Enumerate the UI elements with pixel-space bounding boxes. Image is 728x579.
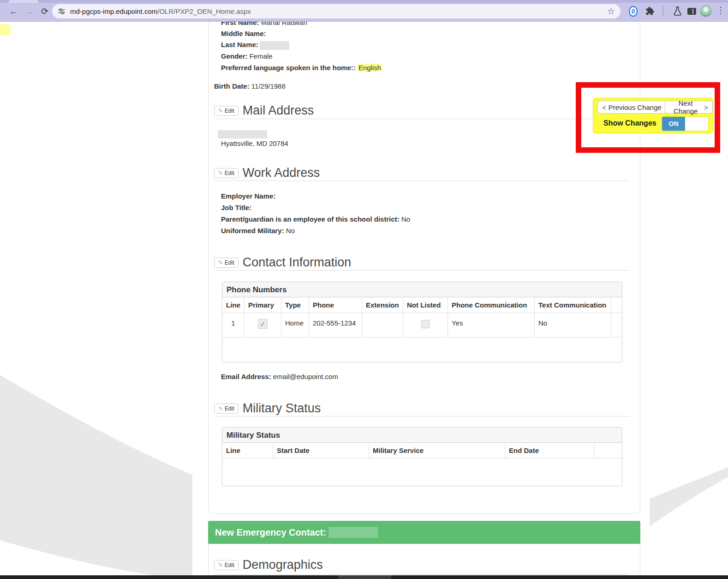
gender-value: Female: [250, 52, 273, 60]
birth-date-field: Birth Date: 11/29/1988: [214, 82, 286, 90]
work-address-section-header: ✎Edit Work Address: [214, 166, 630, 180]
job-title-label: Job Title:: [221, 204, 251, 211]
active-tab[interactable]: [8, 0, 39, 3]
military-status-panel-title: Military Status: [222, 428, 622, 443]
toolbar-divider: [663, 6, 663, 16]
military-status-section-header: ✎Edit Military Status: [214, 401, 630, 416]
email-address-value: email@edupoint.com: [273, 373, 338, 380]
pencil-icon: ✎: [218, 108, 223, 114]
last-name-label: Last Name:: [221, 41, 258, 48]
col-header-extension: Extension: [362, 297, 403, 313]
col-header-end-date: End Date: [505, 443, 594, 458]
col-header-text-communication: Text Communication: [535, 297, 611, 313]
birth-date-label: Birth Date:: [214, 82, 250, 90]
edit-demographics-button[interactable]: ✎Edit: [214, 560, 239, 570]
phone-table-header-row: Line Primary Type Phone Extension Not Li…: [222, 297, 622, 313]
previous-change-button[interactable]: < Previous Change: [597, 101, 666, 114]
language-field: Preferred language spoken in the home:: …: [221, 64, 382, 72]
middle-name-field: Middle Name:: [221, 30, 266, 37]
extensions-puzzle-icon[interactable]: [645, 6, 655, 16]
profile-avatar[interactable]: [700, 5, 712, 17]
url-text: md-pgcps-imp.edupoint.com/OLR/PXP2_OEN_H…: [70, 7, 251, 15]
demographics-title: Demographics: [243, 558, 323, 572]
next-change-label: Next Change: [669, 99, 702, 115]
new-emergency-contact-banner: New Emergency Contact:: [208, 521, 640, 544]
email-address-label: Email Address:: [221, 373, 271, 380]
phone-communication-cell: Yes: [448, 313, 535, 337]
site-info-icon[interactable]: [58, 7, 66, 15]
col-header-type: Type: [281, 297, 309, 313]
edit-contact-information-button[interactable]: ✎Edit: [214, 258, 239, 268]
forward-button[interactable]: →: [23, 6, 35, 18]
yellow-side-tab[interactable]: [0, 24, 11, 36]
employer-name-field: Employer Name:: [221, 192, 275, 200]
col-header-phone-communication: Phone Communication: [448, 297, 535, 313]
section-divider: [214, 270, 630, 271]
phone-type-cell: Home: [281, 313, 309, 337]
edit-mail-address-button[interactable]: ✎Edit: [214, 106, 239, 116]
email-address-field: Email Address: email@edupoint.com: [221, 373, 338, 380]
demographics-section-header: ✎Edit Demographics: [214, 558, 630, 572]
col-header-blank: [594, 443, 622, 458]
language-value-highlighted: English: [358, 64, 382, 72]
chevron-right-icon: >: [704, 103, 708, 111]
edit-button-label: Edit: [225, 562, 234, 568]
chrome-labs-flask-icon[interactable]: [673, 6, 682, 16]
phone-extension-cell: [362, 313, 403, 337]
district-employee-label: Parent/guardian is an employee of this s…: [221, 215, 400, 223]
uniformed-military-value: No: [286, 227, 295, 235]
browser-toolbar: ← → ⟳ md-pgcps-imp.edupoint.com/OLR/PXP2…: [0, 0, 728, 22]
uniformed-military-label: Uniformed Military:: [221, 227, 284, 235]
last-name-redaction: [260, 41, 289, 50]
reload-button[interactable]: ⟳: [39, 6, 51, 18]
phone-numbers-panel: Phone Numbers Line Primary Type Phone Ex…: [222, 282, 622, 362]
birth-date-value: 11/29/1988: [251, 82, 286, 90]
military-status-title: Military Status: [243, 401, 321, 416]
password-manager-badge-icon[interactable]: 0: [629, 6, 638, 17]
text-communication-cell: No: [535, 313, 611, 337]
side-panel-icon[interactable]: [687, 8, 696, 15]
pencil-icon: ✎: [218, 405, 223, 412]
military-table-header-row: Line Start Date Military Service End Dat…: [222, 443, 622, 458]
col-header-blank: [611, 297, 622, 313]
section-divider: [214, 416, 630, 416]
previous-change-label: Previous Change: [609, 103, 662, 111]
col-header-primary: Primary: [245, 297, 281, 313]
phone-numbers-panel-title: Phone Numbers: [222, 282, 622, 297]
show-changes-toggle[interactable]: ON: [662, 117, 708, 131]
phone-line-cell: 1: [222, 313, 245, 337]
edit-work-address-button[interactable]: ✎Edit: [214, 168, 239, 178]
phone-table-row: 1 ✓ Home 202-555-1234 Yes No: [222, 313, 622, 338]
show-changes-label: Show Changes: [603, 119, 656, 127]
not-listed-checkbox-unchecked[interactable]: [421, 320, 430, 328]
taskbar-segment: [338, 575, 391, 579]
url-domain: md-pgcps-imp.edupoint.com: [70, 7, 157, 15]
address-bar[interactable]: md-pgcps-imp.edupoint.com/OLR/PXP2_OEN_H…: [52, 4, 621, 18]
col-header-line: Line: [222, 443, 273, 458]
military-status-panel: Military Status Line Start Date Military…: [222, 427, 622, 486]
phone-not-listed-cell: [403, 313, 448, 337]
tab-strip: [0, 0, 728, 3]
uniformed-military-field: Uniformed Military: No: [221, 227, 295, 235]
employer-name-label: Employer Name:: [221, 192, 275, 200]
last-name-field: Last Name:: [221, 41, 289, 50]
primary-checkbox-checked[interactable]: ✓: [258, 319, 268, 329]
col-header-military-service: Military Service: [369, 443, 505, 458]
job-title-field: Job Title:: [221, 204, 251, 211]
section-divider: [214, 574, 630, 575]
emergency-contact-name-redaction: [328, 527, 378, 538]
edit-military-status-button[interactable]: ✎Edit: [214, 404, 239, 414]
bookmark-star-icon[interactable]: ☆: [607, 6, 615, 17]
phone-blank-cell: [611, 313, 622, 337]
col-header-start-date: Start Date: [273, 443, 369, 458]
next-change-button[interactable]: Next Change >: [665, 101, 713, 114]
menu-kebab-icon[interactable]: ⋮: [716, 5, 725, 15]
back-button[interactable]: ←: [7, 6, 19, 18]
pencil-icon: ✎: [218, 259, 223, 266]
section-divider: [214, 119, 630, 119]
phone-number-cell: 202-555-1234: [309, 313, 362, 337]
new-emergency-contact-label: New Emergency Contact:: [215, 527, 326, 538]
district-employee-field: Parent/guardian is an employee of this s…: [221, 215, 410, 223]
section-divider: [214, 181, 630, 181]
mail-address-title: Mail Address: [243, 103, 314, 118]
